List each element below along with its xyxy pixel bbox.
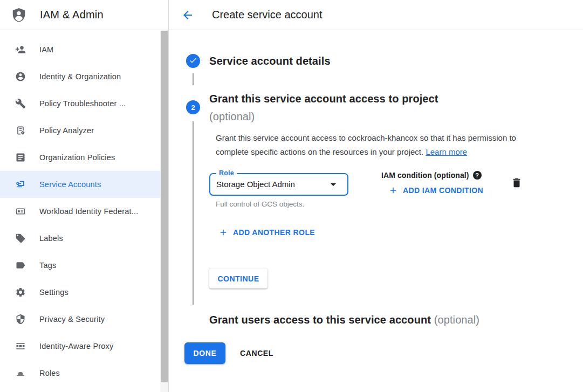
step3-title: Grant users access to this service accou… xyxy=(209,313,479,327)
arrow-back-icon xyxy=(181,9,194,22)
sidebar-item-label: Policy Analyzer xyxy=(39,126,94,135)
sidebar-item-tags[interactable]: Tags xyxy=(0,252,160,279)
sidebar-item-label: Tags xyxy=(39,261,56,270)
step-connector-line xyxy=(193,73,194,85)
sidebar-item-identity-aware-proxy[interactable]: Identity-Aware Proxy xyxy=(0,333,160,360)
sidebar-item-label: Service Accounts xyxy=(39,180,101,189)
back-button[interactable] xyxy=(181,9,194,22)
continue-button[interactable]: CONTINUE xyxy=(209,269,268,288)
label-icon xyxy=(15,233,26,244)
roles-hat-icon xyxy=(15,368,26,379)
id-card-icon xyxy=(15,206,26,217)
iap-icon xyxy=(15,341,26,352)
step2-description-text: Grant this service account access to coc… xyxy=(216,133,516,156)
step3-title-text: Grant users access to this service accou… xyxy=(209,314,431,326)
sidebar-item-iam[interactable]: IAM xyxy=(0,36,160,63)
step2-number: 2 xyxy=(191,104,195,112)
sidebar-title: IAM & Admin xyxy=(40,9,104,21)
sidebar-item-label: Settings xyxy=(39,288,68,297)
sidebar-item-label: Roles xyxy=(39,369,60,377)
account-circle-icon xyxy=(15,71,26,82)
step2-indicator: 2 xyxy=(186,100,200,114)
sidebar-item-label: Policy Troubleshooter ... xyxy=(39,99,126,108)
service-account-icon xyxy=(15,179,26,190)
sidebar-item-organization-policies[interactable]: Organization Policies xyxy=(0,144,160,171)
article-icon xyxy=(15,152,26,163)
tag-icon xyxy=(15,260,26,271)
sidebar-item-policy-troubleshooter[interactable]: Policy Troubleshooter ... xyxy=(0,90,160,117)
help-icon[interactable]: ? xyxy=(473,171,482,180)
delete-role-button[interactable] xyxy=(511,176,524,189)
step2-title: Grant this service account access to pro… xyxy=(209,90,438,126)
cancel-button[interactable]: CANCEL xyxy=(240,342,273,364)
add-another-role-button[interactable]: ADD ANOTHER ROLE xyxy=(218,228,315,237)
trash-icon xyxy=(511,177,524,189)
sidebar-item-settings[interactable]: Settings xyxy=(0,279,160,306)
sidebar-header: IAM & Admin xyxy=(0,0,168,30)
sidebar-item-roles[interactable]: Roles xyxy=(0,360,160,387)
sidebar-item-privacy-security[interactable]: Privacy & Security xyxy=(0,306,160,333)
wrench-icon xyxy=(15,98,26,109)
chevron-down-icon xyxy=(327,178,340,191)
iam-shield-logo-icon xyxy=(11,7,27,23)
gear-icon xyxy=(15,287,26,298)
sidebar-item-label: Workload Identity Federat... xyxy=(39,207,138,216)
sidebar-item-label: IAM xyxy=(39,45,53,54)
add-another-role-label: ADD ANOTHER ROLE xyxy=(233,228,315,237)
sidebar-item-label: Labels xyxy=(39,234,63,243)
role-selected-value: Storage Object Admin xyxy=(216,174,295,195)
sidebar-item-label: Identity & Organization xyxy=(39,72,121,81)
sidebar-scrollbar[interactable] xyxy=(160,30,168,392)
sidebar-item-identity-organization[interactable]: Identity & Organization xyxy=(0,63,160,90)
page-title: Create service account xyxy=(212,9,323,21)
iam-admin-app: IAM & Admin IAM Identity & Organization xyxy=(0,0,583,392)
page-header: Create service account xyxy=(169,0,583,30)
step1-title: Service account details xyxy=(209,54,331,68)
policy-analyzer-icon xyxy=(15,125,26,136)
add-iam-condition-button[interactable]: ADD IAM CONDITION xyxy=(388,185,483,195)
role-select[interactable]: Role Storage Object Admin xyxy=(209,173,348,196)
sidebar-item-workload-identity-federation[interactable]: Workload Identity Federat... xyxy=(0,198,160,225)
sidebar-item-label: Organization Policies xyxy=(39,153,115,162)
check-icon xyxy=(189,56,197,66)
learn-more-link[interactable]: Learn more xyxy=(426,147,467,156)
iam-condition-label: IAM condition (optional) xyxy=(381,171,469,180)
step-connector-line xyxy=(193,121,194,305)
step2-description: Grant this service account access to coc… xyxy=(216,131,535,159)
sidebar-item-policy-analyzer[interactable]: Policy Analyzer xyxy=(0,117,160,144)
sidebar-nav: IAM Identity & Organization Policy Troub… xyxy=(0,30,168,387)
sidebar-scrollbar-thumb[interactable] xyxy=(161,31,168,382)
done-button[interactable]: DONE xyxy=(184,342,225,364)
sidebar-item-service-accounts[interactable]: Service Accounts xyxy=(0,171,160,198)
sidebar: IAM & Admin IAM Identity & Organization xyxy=(0,0,169,392)
iam-condition-section: IAM condition (optional) ? ADD IAM CONDI… xyxy=(381,170,483,195)
step3-optional-label: (optional) xyxy=(434,314,479,326)
plus-icon xyxy=(388,185,403,195)
sidebar-item-label: Privacy & Security xyxy=(39,315,105,324)
step2-title-text: Grant this service account access to pro… xyxy=(209,90,438,108)
sidebar-item-label: Identity-Aware Proxy xyxy=(39,342,114,350)
plus-icon xyxy=(218,228,233,237)
role-helper-text: Full control of GCS objects. xyxy=(216,200,304,208)
sidebar-item-labels[interactable]: Labels xyxy=(0,225,160,252)
shield-icon xyxy=(15,314,26,325)
step2-optional-label: (optional) xyxy=(209,108,438,126)
add-iam-condition-label: ADD IAM CONDITION xyxy=(403,186,483,195)
person-add-icon xyxy=(15,44,26,55)
create-service-account-form: Service account details 2 Grant this ser… xyxy=(169,30,583,392)
step1-complete-indicator xyxy=(186,54,200,68)
